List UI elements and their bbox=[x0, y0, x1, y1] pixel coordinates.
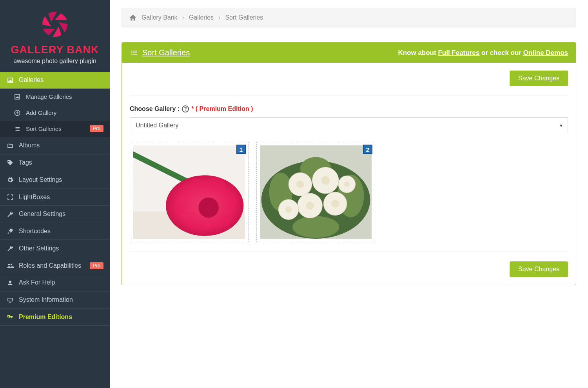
save-changes-button[interactable]: Save Changes bbox=[510, 261, 568, 277]
brand-tagline: awesome photo gallery plugin bbox=[4, 58, 106, 65]
sidebar-item-label: General Settings bbox=[19, 210, 65, 218]
sidebar-item-shortcodes[interactable]: Shortcodes bbox=[0, 223, 110, 240]
monitor-icon bbox=[6, 296, 14, 304]
sidebar-item-lightboxes[interactable]: LightBoxes bbox=[0, 188, 110, 205]
sidebar-sub-add-gallery[interactable]: Add Gallery bbox=[0, 105, 110, 121]
gear-icon bbox=[6, 176, 14, 183]
svg-point-19 bbox=[306, 202, 314, 210]
gallery-tile[interactable]: 2 bbox=[256, 142, 375, 242]
online-demos-link[interactable]: Online Demos bbox=[523, 49, 568, 56]
panel-title-text: Sort Galleries bbox=[142, 48, 190, 57]
sidebar-item-other-settings[interactable]: Other Settings bbox=[0, 239, 110, 257]
breadcrumb-root[interactable]: Gallery Bank bbox=[142, 14, 178, 21]
sidebar-item-label: Shortcodes bbox=[19, 228, 51, 235]
home-icon[interactable] bbox=[129, 14, 137, 22]
sidebar-item-label: Manage Galleries bbox=[26, 93, 72, 100]
image-icon bbox=[6, 76, 14, 84]
thumbnail-image bbox=[133, 145, 245, 239]
folder-icon bbox=[6, 142, 14, 149]
image-icon bbox=[13, 93, 21, 100]
key-icon bbox=[6, 314, 14, 321]
gallery-tiles: 1 2 bbox=[130, 142, 568, 242]
help-icon[interactable]: ? bbox=[182, 105, 189, 112]
sidebar-item-galleries[interactable]: Galleries bbox=[0, 72, 110, 89]
wrench-icon bbox=[6, 210, 14, 218]
sidebar-item-label: Layout Settings bbox=[19, 176, 62, 183]
tag-icon bbox=[6, 159, 14, 167]
sidebar-item-label: Tags bbox=[19, 159, 32, 166]
sidebar-item-label: System Information bbox=[19, 296, 73, 303]
sidebar-item-label: Roles and Capabilities bbox=[19, 262, 81, 269]
premium-note: * ( Premium Edition ) bbox=[191, 105, 253, 112]
sidebar-item-label: Other Settings bbox=[19, 245, 59, 252]
user-icon bbox=[6, 279, 14, 286]
sidebar-item-label: Premium Editions bbox=[19, 314, 72, 321]
sidebar-item-label: Add Gallery bbox=[26, 109, 56, 116]
svg-point-21 bbox=[285, 207, 292, 213]
svg-point-17 bbox=[296, 180, 304, 188]
shutter-logo-icon bbox=[39, 9, 71, 40]
svg-point-20 bbox=[331, 200, 339, 208]
thumbnail-image bbox=[260, 145, 372, 239]
choose-gallery-label: Choose Gallery : ? * ( Premium Edition ) bbox=[130, 105, 568, 112]
svg-point-22 bbox=[344, 181, 350, 187]
sidebar: GALLERY BANK awesome photo gallery plugi… bbox=[0, 0, 110, 388]
panel-body: Save Changes Choose Gallery : ? * ( Prem… bbox=[122, 63, 576, 285]
panel-header: Sort Galleries Know about Full Features … bbox=[122, 43, 576, 63]
sidebar-item-tags[interactable]: Tags bbox=[0, 154, 110, 171]
rocket-icon bbox=[6, 228, 14, 235]
gallery-select-wrap: Untitled Gallery bbox=[130, 117, 568, 133]
svg-point-4 bbox=[198, 198, 219, 218]
sidebar-item-layout-settings[interactable]: Layout Settings bbox=[0, 171, 110, 188]
chevron-right-icon: › bbox=[218, 14, 220, 21]
sidebar-item-general-settings[interactable]: General Settings bbox=[0, 205, 110, 223]
sidebar-sub-manage-galleries[interactable]: Manage Galleries bbox=[0, 89, 110, 105]
sidebar-item-roles[interactable]: Roles and Capabilities Pro bbox=[0, 257, 110, 274]
chevron-right-icon: › bbox=[182, 14, 184, 21]
sidebar-item-label: Albums bbox=[19, 142, 40, 149]
list-icon bbox=[130, 49, 138, 57]
breadcrumb: Gallery Bank › Galleries › Sort Gallerie… bbox=[122, 8, 576, 27]
sort-galleries-panel: Sort Galleries Know about Full Features … bbox=[122, 42, 576, 285]
sidebar-item-premium-editions[interactable]: Premium Editions bbox=[0, 308, 110, 326]
list-icon bbox=[13, 125, 21, 132]
sidebar-item-system-info[interactable]: System Information bbox=[0, 291, 110, 308]
sidebar-sub-sort-galleries[interactable]: Sort Galleries Pro bbox=[0, 121, 110, 137]
panel-cta: Know about Full Features or check our On… bbox=[398, 49, 568, 57]
wrench-icon bbox=[6, 245, 14, 252]
sidebar-item-help[interactable]: Ask For Help bbox=[0, 274, 110, 291]
svg-point-10 bbox=[292, 216, 339, 238]
expand-icon bbox=[6, 193, 14, 201]
sidebar-item-label: Sort Galleries bbox=[26, 125, 62, 132]
tile-number-badge: 1 bbox=[236, 145, 246, 154]
sidebar-item-label: Galleries bbox=[19, 76, 44, 83]
gallery-select[interactable]: Untitled Gallery bbox=[130, 117, 568, 133]
breadcrumb-l2: Sort Galleries bbox=[225, 14, 263, 21]
save-changes-button[interactable]: Save Changes bbox=[510, 71, 568, 86]
tile-number-badge: 2 bbox=[363, 145, 372, 154]
svg-point-18 bbox=[321, 176, 330, 185]
gallery-tile[interactable]: 1 bbox=[130, 142, 249, 242]
users-icon bbox=[6, 262, 14, 269]
logo-block: GALLERY BANK awesome photo gallery plugi… bbox=[0, 0, 110, 72]
sidebar-item-albums[interactable]: Albums bbox=[0, 137, 110, 154]
pro-badge: Pro bbox=[90, 125, 103, 132]
panel-title: Sort Galleries bbox=[130, 48, 190, 57]
main-content: Gallery Bank › Galleries › Sort Gallerie… bbox=[110, 0, 588, 388]
plus-circle-icon bbox=[13, 109, 21, 116]
full-features-link[interactable]: Full Features bbox=[438, 49, 479, 56]
divider bbox=[130, 252, 568, 252]
breadcrumb-l1[interactable]: Galleries bbox=[189, 14, 214, 21]
sidebar-item-label: LightBoxes bbox=[19, 194, 50, 201]
sidebar-item-label: Ask For Help bbox=[19, 279, 55, 286]
pro-badge: Pro bbox=[90, 262, 103, 269]
brand-name: GALLERY BANK bbox=[4, 44, 106, 56]
divider bbox=[130, 96, 568, 96]
